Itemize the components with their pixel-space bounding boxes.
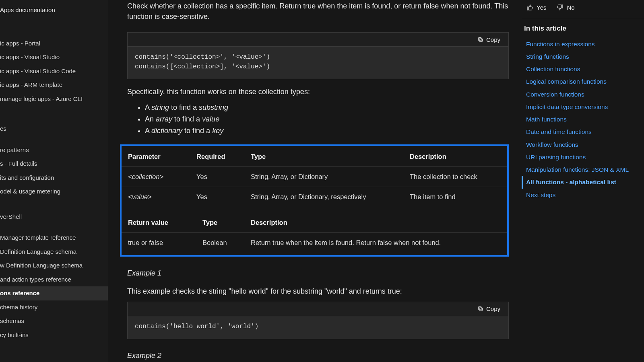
table-row: <value> Yes String, Array, or Dictionary… [122,187,507,206]
tables-highlight: Parameter Required Type Description <col… [120,144,509,257]
nav-item[interactable]: Manager template reference [0,231,108,245]
function-description: Check whether a collection has a specifi… [127,1,509,22]
svg-rect-0 [479,39,483,42]
nav-item[interactable]: schemas [0,314,108,328]
copy-icon [477,306,483,312]
nav-item[interactable]: re patterns [0,143,108,157]
nav-item[interactable]: cy built-ins [0,328,108,342]
nav-top-title[interactable]: Apps documentation [0,0,108,21]
nav-item[interactable]: its and configuration [0,171,108,185]
toc-item[interactable]: Manipulation functions: JSON & XML [522,163,644,176]
collection-types-list: A string to find a substring An array to… [136,102,509,136]
toc-item[interactable]: Math functions [522,113,644,125]
main-content: Check whether a collection has a specifi… [120,0,509,362]
right-sidebar: Yes No In this article Functions in expr… [522,0,644,201]
svg-rect-1 [478,37,481,41]
th-required: Required [190,148,244,167]
toc-item[interactable]: Logical comparison functions [522,75,644,88]
list-item: An array to find a value [145,114,509,125]
list-item: A string to find a substring [145,102,509,113]
nav-group-1: ic apps - Portal ic apps - Visual Studio… [0,37,108,106]
nav-item[interactable]: chema history [0,300,108,315]
thumbs-up-icon [526,4,533,11]
copy-icon [477,37,483,43]
copy-button[interactable]: Copy [475,304,503,314]
th-return-value: Return value [122,214,196,232]
nav-item[interactable]: s - Full details [0,157,108,171]
table-row: true or false Boolean Return true when t… [122,233,507,253]
toc-item[interactable]: Workflow functions [522,138,644,151]
table-row: <collection> Yes String, Array, or Dicti… [122,167,507,187]
nav-item-active[interactable]: ons reference [0,286,108,300]
nav-section[interactable]: verShell [0,210,108,224]
nav-section[interactable]: es [0,122,108,136]
copy-button[interactable]: Copy [475,35,503,45]
nav-item[interactable]: Definition Language schema [0,245,108,259]
toc-list: Functions in expressions String function… [522,38,644,201]
nav-group-3: verShell Manager template reference Defi… [0,210,108,342]
nav-item[interactable]: ic apps - Portal [0,37,108,51]
code-header: Copy [128,302,508,316]
toc-item[interactable]: String functions [522,50,644,63]
toc-item[interactable]: URI parsing functions [522,151,644,163]
nav-item[interactable]: ic apps - ARM template [0,78,108,92]
no-label: No [567,4,574,11]
th-description: Description [244,214,507,232]
code-body: contains('hello world', 'world') [128,316,508,339]
specifically-text: Specifically, this function works on the… [127,86,509,97]
nav-item[interactable]: and action types reference [0,273,108,287]
toc-item[interactable]: Conversion functions [522,88,644,101]
toc-item[interactable]: Implicit data type conversions [522,101,644,113]
nav-item[interactable]: ic apps - Visual Studio Code [0,64,108,78]
return-table: Return value Type Description true or fa… [122,214,507,253]
nav-item[interactable]: ic apps - Visual Studio [0,50,108,64]
svg-rect-2 [479,308,483,311]
toc-item[interactable]: Collection functions [522,63,644,75]
code-body: contains('<collection>', '<value>') cont… [128,47,508,79]
toc-item[interactable]: Functions in expressions [522,38,644,50]
nav-group-2: es re patterns s - Full details its and … [0,122,108,199]
example-1-text: This example checks the string "hello wo… [127,286,509,297]
th-parameter: Parameter [122,148,190,167]
copy-label: Copy [486,305,500,312]
in-this-article-heading: In this article [524,23,644,34]
nav-item[interactable]: w Definition Language schema [0,259,108,273]
feedback-yes-button[interactable]: Yes [525,3,548,12]
th-type: Type [244,148,403,167]
nav-item[interactable]: odel & usage metering [0,185,108,199]
code-header: Copy [128,33,508,47]
toc-item-active[interactable]: All functions - alphabetical list [522,176,644,188]
th-type: Type [196,214,244,232]
svg-rect-3 [478,307,481,310]
code-block-example1: Copy contains('hello world', 'world') [127,302,509,339]
feedback-no-button[interactable]: No [555,3,576,12]
list-item: A dictionary to find a key [145,125,509,136]
code-block-syntax: Copy contains('<collection>', '<value>')… [127,32,509,79]
th-description: Description [403,148,507,167]
example-1-heading: Example 1 [127,268,509,279]
nav-item[interactable]: manage logic apps - Azure CLI [0,92,108,106]
copy-label: Copy [486,36,500,43]
yes-label: Yes [537,4,546,11]
feedback-row: Yes No [522,2,644,19]
thumbs-down-icon [557,4,564,11]
example-2-heading: Example 2 [127,350,509,361]
toc-item[interactable]: Date and time functions [522,125,644,138]
parameters-table: Parameter Required Type Description <col… [122,148,507,206]
left-nav: Apps documentation ic apps - Portal ic a… [0,0,108,362]
toc-item[interactable]: Next steps [522,189,644,201]
